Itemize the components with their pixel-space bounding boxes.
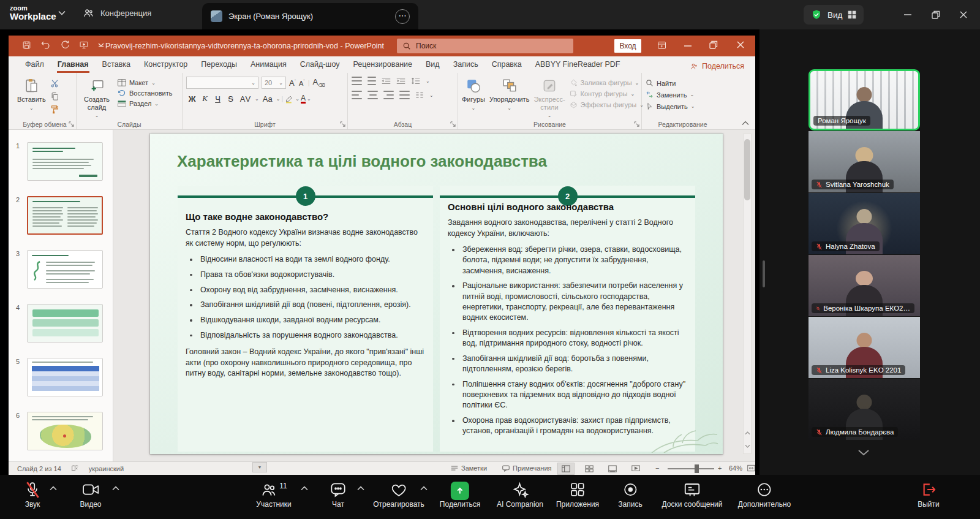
- sign-in-button[interactable]: Вход: [614, 39, 641, 53]
- reset-button[interactable]: Восстановить: [118, 89, 172, 97]
- drawing-dialog-launcher-icon[interactable]: [634, 121, 639, 127]
- redo-icon[interactable]: [60, 40, 70, 50]
- select-button[interactable]: Выделить⌄: [646, 102, 695, 110]
- undo-icon[interactable]: [40, 40, 51, 50]
- slide-scrollbar[interactable]: [743, 134, 752, 454]
- slide-thumbnail-6[interactable]: [27, 412, 103, 450]
- thumbnail-row-4[interactable]: 4: [9, 304, 113, 343]
- thumbnail-row-6[interactable]: 6: [9, 412, 113, 450]
- tab-view[interactable]: Вид: [419, 57, 447, 73]
- view-button[interactable]: Вид: [804, 5, 864, 25]
- react-options-chevron-icon[interactable]: [420, 486, 428, 491]
- chat-button[interactable]: Чат: [330, 480, 347, 509]
- increase-indent-icon[interactable]: [396, 77, 405, 85]
- tab-file[interactable]: Файл: [18, 57, 51, 73]
- ppt-restore-button[interactable]: [709, 40, 718, 49]
- search-input[interactable]: [416, 42, 557, 50]
- highlight-color-icon[interactable]: [284, 94, 294, 104]
- ai-companion-button[interactable]: AI Companion: [497, 480, 543, 509]
- slide-thumbnail-2-selected[interactable]: [27, 196, 103, 235]
- normal-view-button[interactable]: [557, 463, 575, 475]
- thumbnail-row-5[interactable]: 5: [9, 358, 113, 396]
- layout-button[interactable]: Макет⌄: [118, 79, 172, 86]
- tab-review[interactable]: Рецензирование: [346, 57, 419, 73]
- tab-screen-share[interactable]: Экран (Роман Ярощук) ⋯: [202, 3, 418, 29]
- columns-icon[interactable]: [415, 91, 424, 99]
- slide-thumbnail-3[interactable]: [27, 250, 103, 289]
- video-tile[interactable]: Вероніка Шкарупа ЕКО2…: [809, 255, 920, 316]
- zoom-in-button[interactable]: +: [718, 464, 722, 472]
- audio-button[interactable]: Звук: [24, 480, 40, 509]
- video-tile[interactable]: Liza Kolisnyk EKO 2201: [809, 317, 920, 378]
- tab-conference[interactable]: Конференция: [83, 7, 151, 19]
- scroll-down-button[interactable]: ▼: [252, 462, 267, 472]
- slide-thumbnail-4[interactable]: [27, 304, 103, 343]
- tab-design[interactable]: Конструктор: [137, 57, 194, 73]
- clipboard-dialog-launcher-icon[interactable]: [69, 121, 74, 127]
- video-tile[interactable]: Людмила Бондарєва: [809, 379, 920, 440]
- decrease-indent-icon[interactable]: [382, 77, 391, 85]
- slideshow-view-button[interactable]: [627, 463, 644, 475]
- zoom-slider-knob[interactable]: [695, 464, 699, 473]
- zoom-close-button[interactable]: [956, 7, 971, 22]
- tab-abbyy[interactable]: ABBYY FineReader PDF: [529, 57, 627, 73]
- react-button[interactable]: Отреагировать: [373, 480, 424, 509]
- record-button[interactable]: Запись: [618, 480, 642, 509]
- video-button[interactable]: Видео: [80, 480, 101, 509]
- shape-outline-button[interactable]: Контур фигуры⌄: [570, 90, 644, 97]
- ppt-minimize-button[interactable]: [684, 44, 692, 48]
- more-button[interactable]: Дополнительно: [738, 480, 791, 509]
- justify-icon[interactable]: [399, 91, 410, 99]
- scrollbar-thumb[interactable]: [744, 139, 750, 200]
- arrange-button[interactable]: Упорядочить ⌄: [489, 77, 529, 119]
- paste-button[interactable]: Вставить ⌄: [17, 77, 46, 119]
- zoom-slider[interactable]: [668, 468, 714, 469]
- replace-button[interactable]: Заменить⌄: [646, 91, 695, 99]
- reading-view-button[interactable]: [604, 463, 621, 475]
- apps-button[interactable]: Приложения: [556, 480, 599, 509]
- notes-toggle[interactable]: Заметки: [451, 464, 487, 472]
- increase-font-size-icon[interactable]: Аˆ: [289, 78, 296, 88]
- bold-button[interactable]: Ж: [186, 94, 198, 104]
- numbering-icon[interactable]: [368, 77, 376, 85]
- participants-options-chevron-icon[interactable]: [301, 486, 308, 491]
- clear-formatting-icon[interactable]: А⌫: [313, 77, 325, 88]
- slide-thumbnail-1[interactable]: [27, 142, 103, 181]
- change-case-button[interactable]: Aa: [260, 94, 275, 104]
- video-tile[interactable]: Svitlana Yaroshchuk: [809, 131, 920, 192]
- character-spacing-button[interactable]: AV: [238, 94, 254, 104]
- underline-button[interactable]: Ч: [212, 94, 224, 104]
- customize-qat-chevron-icon[interactable]: [98, 43, 104, 48]
- tab-help[interactable]: Справка: [485, 57, 529, 73]
- align-center-icon[interactable]: [368, 91, 378, 99]
- tab-insert[interactable]: Вставка: [96, 57, 137, 73]
- italic-button[interactable]: К: [199, 94, 211, 104]
- tab-animations[interactable]: Анимация: [244, 57, 293, 73]
- copy-icon[interactable]: [50, 92, 59, 101]
- leave-button[interactable]: Выйти: [918, 480, 940, 509]
- tab-home[interactable]: Главная: [51, 57, 96, 73]
- find-button[interactable]: Найти: [646, 79, 695, 87]
- format-painter-icon[interactable]: [50, 105, 59, 114]
- ribbon-display-options-icon[interactable]: [657, 40, 667, 50]
- thumbnail-row-1[interactable]: 1: [9, 142, 113, 181]
- workspace-chevron-down-icon[interactable]: [58, 10, 66, 15]
- zoom-restore-button[interactable]: [928, 7, 944, 22]
- zoom-out-button[interactable]: −: [655, 464, 659, 472]
- tab-slideshow[interactable]: Слайд-шоу: [293, 57, 347, 73]
- proofing-icon[interactable]: [71, 464, 79, 472]
- paragraph-dialog-launcher-icon[interactable]: [450, 121, 456, 127]
- section-button[interactable]: Раздел⌄: [118, 100, 172, 107]
- video-options-chevron-icon[interactable]: [112, 486, 119, 491]
- more-participants-chevron-icon[interactable]: [855, 445, 872, 460]
- ppt-close-button[interactable]: [736, 40, 745, 49]
- shape-fill-button[interactable]: Заливка фигуры⌄: [570, 79, 644, 86]
- zoom-percent[interactable]: 64%: [729, 464, 742, 472]
- slide-sorter-view-button[interactable]: [581, 463, 598, 475]
- slide-canvas[interactable]: Характеристика та цілі водного законодав…: [150, 134, 723, 454]
- slide-thumbnail-5[interactable]: [27, 358, 103, 396]
- tab-transitions[interactable]: Переходы: [194, 57, 244, 73]
- font-size-combobox[interactable]: 20⌄: [262, 77, 286, 89]
- bullets-icon[interactable]: [352, 77, 362, 85]
- align-left-icon[interactable]: [352, 91, 362, 99]
